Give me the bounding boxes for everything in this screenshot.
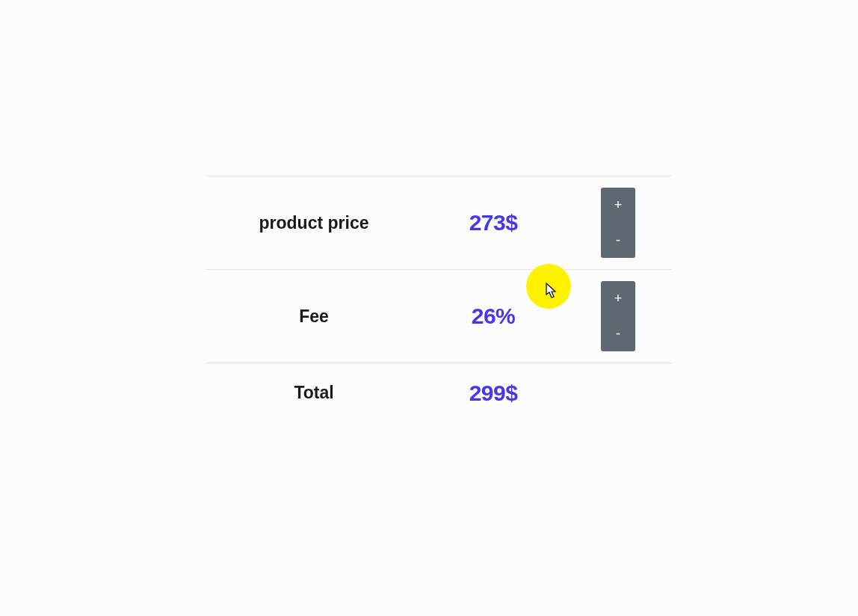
row-fee: Fee 26% + - (206, 270, 672, 363)
row-total: Total 299$ (206, 363, 672, 423)
product-price-increment-button[interactable]: + (601, 188, 635, 223)
fee-label: Fee (206, 270, 422, 363)
price-table: product price 273$ + - Fee 26% + - Total… (206, 176, 672, 423)
fee-stepper: + - (601, 281, 635, 351)
product-price-stepper: + - (601, 188, 635, 258)
fee-decrement-button[interactable]: - (601, 316, 635, 351)
product-price-decrement-button[interactable]: - (601, 223, 635, 258)
product-price-value: 273$ (422, 176, 564, 270)
total-label: Total (206, 363, 422, 423)
fee-value: 26% (422, 270, 564, 363)
total-value: 299$ (422, 363, 564, 423)
product-price-label: product price (206, 176, 422, 270)
row-product-price: product price 273$ + - (206, 176, 672, 270)
fee-increment-button[interactable]: + (601, 281, 635, 316)
